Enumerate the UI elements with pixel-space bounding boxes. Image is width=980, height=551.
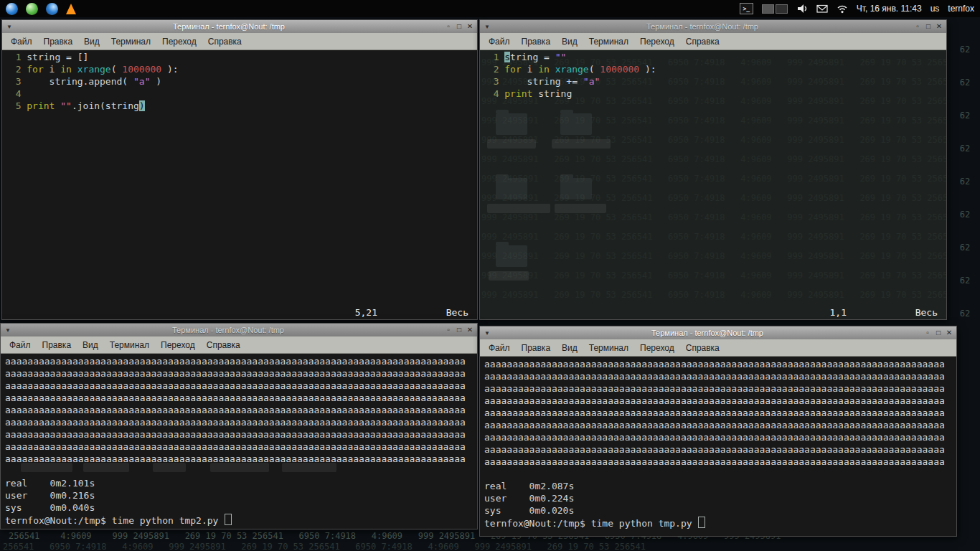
menu-item[interactable]: Правка [38,35,79,48]
titlebar[interactable]: ▼ Терминал - ternfox@Nout: /tmp ▫ □ ✕ [1,324,477,336]
vim-statusline: "tmp.py" 4L, 68C 1,1 Весь [484,306,943,319]
wallpaper-numbers-row: 256541 6950 7:4918 4:9609 999 2495891 26… [3,542,646,551]
maximize-button[interactable]: □ [933,327,943,339]
minimize-button[interactable]: ▫ [923,327,933,339]
menubar: ФайлПравкаВидТерминалПереходСправка [2,33,477,50]
menu-item[interactable]: Переход [634,342,680,354]
menu-item[interactable]: Вид [556,342,583,354]
menu-item[interactable]: Вид [556,35,583,48]
top-panel: Чт, 16 янв. 11:43 us ternfox [0,0,980,17]
menu-item[interactable]: Терминал [105,35,156,48]
menu-item[interactable]: Файл [483,342,516,354]
close-button[interactable]: ✕ [465,324,475,336]
window-menu-icon[interactable]: ▼ [482,330,492,336]
launcher-icon-1[interactable] [6,3,18,15]
menu-item[interactable]: Файл [4,339,37,352]
vim-buffer[interactable]: 1string = []2for i in xrange( 1000000 ):… [4,51,476,306]
menu-item[interactable]: Справка [680,35,725,48]
clock[interactable]: Чт, 16 янв. 11:43 [857,4,922,14]
vim-statusline: "tmp2.py" 5L, 86C 5,21 Весь [6,306,474,319]
menu-item[interactable]: Переход [634,35,680,48]
minimize-button[interactable]: ▫ [443,21,453,32]
terminal-window-top-left: ▼ Терминал - ternfox@Nout: /tmp ▫ □ ✕ Фа… [1,19,478,320]
vim-scroll-indicator: Весь [915,306,938,319]
menu-item[interactable]: Терминал [583,35,634,48]
titlebar[interactable]: ▼ Терминал - ternfox@Nout: /tmp ▫ □ ✕ [2,20,477,33]
desktop: 256541 4:9609 999 2495891 269 19 70 53 2… [0,0,980,551]
media-player-icon[interactable] [66,4,76,14]
menu-item[interactable]: Файл [5,35,38,48]
menu-item[interactable]: Правка [37,339,77,352]
terminal-cursor [698,517,705,528]
window-menu-icon[interactable]: ▼ [3,327,13,334]
vim-ruler: 5,21 [355,306,377,319]
menu-item[interactable]: Терминал [104,339,155,352]
maximize-button[interactable]: □ [923,21,933,32]
maximize-button[interactable]: □ [454,21,464,32]
menubar: ФайлПравкаВидТерминалПереходСправка [1,336,477,354]
workspace-switcher[interactable] [762,4,788,14]
shell-output[interactable]: aaaaaaaaaaaaaaaaaaaaaaaaaaaaaaaaaaaaaaaa… [5,355,476,527]
window-title: Терминал - ternfox@Nout: /tmp [492,329,923,337]
terminal-window-top-right: ▼ Терминал - ternfox@Nout: /tmp ▫ □ ✕ Фа… [479,19,947,320]
window-title: Терминал - ternfox@Nout: /tmp [13,326,443,334]
window-title: Терминал - ternfox@Nout: /tmp [14,22,443,31]
titlebar[interactable]: ▼ Терминал - ternfox@Nout: /tmp ▫ □ ✕ [480,326,956,339]
menu-item[interactable]: Справка [680,342,725,354]
browser-icon[interactable] [46,3,58,15]
menu-item[interactable]: Справка [201,339,246,352]
menu-item[interactable]: Переход [155,339,201,352]
launcher-icon-2[interactable] [26,3,38,15]
vim-buffer[interactable]: 1string = ""2for i in xrange( 1000000 ):… [482,51,945,306]
wallpaper-numbers-column: 626262626262626262 [954,33,976,330]
maximize-button[interactable]: □ [454,324,464,336]
terminal-tray-icon[interactable] [740,3,753,14]
volume-icon[interactable] [796,3,808,14]
menu-item[interactable]: Справка [202,35,248,48]
menu-item[interactable]: Файл [483,35,516,48]
menu-item[interactable]: Вид [78,35,105,48]
terminal-screen[interactable]: aaaaaaaaaaaaaaaaaaaaaaaaaaaaaaaaaaaaaaaa… [480,357,956,536]
terminal-cursor [225,514,232,525]
close-button[interactable]: ✕ [944,327,954,339]
mail-icon[interactable] [816,3,828,14]
titlebar[interactable]: ▼ Терминал - ternfox@Nout: /tmp ▫ □ ✕ [480,20,946,33]
menu-item[interactable]: Терминал [583,342,634,354]
menubar: ФайлПравкаВидТерминалПереходСправка [480,33,946,50]
terminal-screen[interactable]: aaaaaaaaaaaaaaaaaaaaaaaaaaaaaaaaaaaaaaaa… [1,354,477,529]
terminal-window-bottom-left: ▼ Терминал - ternfox@Nout: /tmp ▫ □ ✕ Фа… [0,323,478,529]
wifi-icon[interactable] [837,3,848,14]
panel-launchers [6,3,76,15]
user-label[interactable]: ternfox [948,4,974,14]
terminal-window-bottom-right: ▼ Терминал - ternfox@Nout: /tmp ▫ □ ✕ Фа… [479,326,957,537]
vim-ruler: 1,1 [830,306,847,319]
minimize-button[interactable]: ▫ [443,324,453,336]
menubar: ФайлПравкаВидТерминалПереходСправка [480,339,956,357]
menu-item[interactable]: Правка [516,35,557,48]
menu-item[interactable]: Правка [516,342,557,354]
minimize-button[interactable]: ▫ [913,21,923,32]
window-menu-icon[interactable]: ▼ [4,24,14,30]
menu-item[interactable]: Переход [156,35,202,48]
shell-output[interactable]: aaaaaaaaaaaaaaaaaaaaaaaaaaaaaaaaaaaaaaaa… [484,358,955,534]
terminal-screen[interactable]: 999 2495891 269 19 70 53 256541 6950 7:4… [480,50,946,319]
close-button[interactable]: ✕ [465,21,475,32]
terminal-screen[interactable]: 1string = []2for i in xrange( 1000000 ):… [2,50,477,319]
vim-scroll-indicator: Весь [446,306,468,319]
keyboard-layout-indicator[interactable]: us [930,4,940,14]
window-title: Терминал - ternfox@Nout: /tmp [492,22,913,31]
close-button[interactable]: ✕ [934,21,944,32]
menu-item[interactable]: Вид [77,339,104,352]
panel-tray: Чт, 16 янв. 11:43 us ternfox [740,3,974,14]
window-menu-icon[interactable]: ▼ [482,24,492,30]
